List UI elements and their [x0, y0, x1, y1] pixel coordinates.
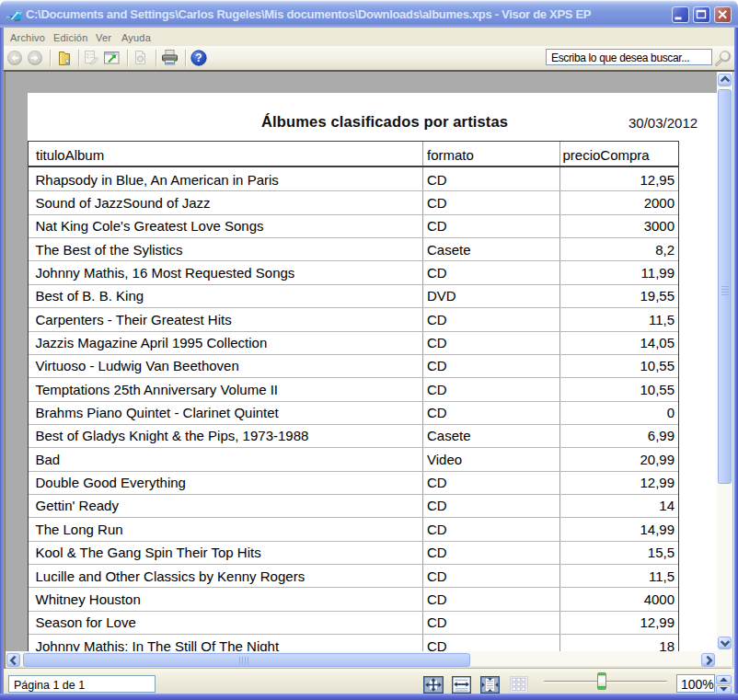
svg-text:?: ? [195, 52, 202, 64]
